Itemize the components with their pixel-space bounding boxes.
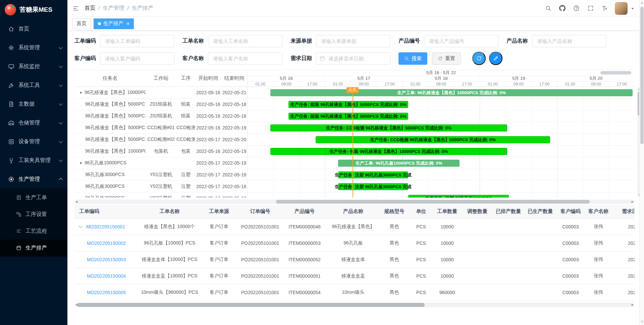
tab-home[interactable]: 首页 xyxy=(72,18,91,29)
scroll-up-icon[interactable]: ▲ xyxy=(641,2,643,4)
sidebar-item-warehouse-management[interactable]: 仓储管理 xyxy=(0,113,67,132)
sidebar-item-fixture-management[interactable]: 工装夹具管理 xyxy=(0,151,67,170)
chevron-down-icon xyxy=(59,83,62,87)
order-cell-order-qty: 10000 xyxy=(432,218,462,235)
gantt-process: 注塑 xyxy=(176,195,195,198)
order-code-link[interactable]: MO202205150003 xyxy=(87,257,126,262)
order-code-link[interactable]: MO202205150004 xyxy=(87,273,126,279)
page-vertical-scrollbar[interactable]: ▲ ▼ xyxy=(639,0,644,325)
gantt-task-row[interactable]: 96孔移液盒【黑色】5000PCSCCD检测#01CCD检测2022-05-16… xyxy=(74,122,247,134)
scroll-down-icon[interactable]: ▼ xyxy=(641,321,643,323)
gantt-task-row[interactable]: ▼96孔孔板10000PCS2022-05-172022-05-19 xyxy=(74,157,247,169)
reset-button[interactable]: 重置 xyxy=(432,52,461,65)
gantt-task-row[interactable]: 96孔移液盒【黑色】5000PCSZ02组装机组装2022-05-162022-… xyxy=(74,110,247,122)
scroll-right-icon[interactable]: ▶ xyxy=(632,304,634,306)
question-icon[interactable] xyxy=(569,0,583,17)
gantt-task-row[interactable]: 96孔孔板3000PCSY01注塑机注塑2022-05-172022-05-18 xyxy=(74,169,247,181)
filter-label: 客户名称 xyxy=(182,55,204,62)
product-code-input[interactable] xyxy=(424,35,498,47)
sidebar-item-equipment-management[interactable]: 设备管理 xyxy=(0,132,67,151)
caret-down-icon[interactable] xyxy=(630,6,635,11)
gantt-task-row[interactable]: 96孔移液盒【黑色】5000PCSCCD检测#02CCD检测2022-05-17… xyxy=(74,134,247,146)
sidebar-subitem-process-flow[interactable]: 工艺流程 xyxy=(0,223,67,239)
triangle-down-icon[interactable]: ▼ xyxy=(79,91,83,95)
gantt-bar-task[interactable]: 生产任务: 注塑 96孔孔板3000PCS xyxy=(408,195,509,198)
order-code-link[interactable]: MO202205150001 xyxy=(86,224,125,229)
sidebar-subitem-process-settings[interactable]: 工序设置 xyxy=(0,206,67,223)
github-icon[interactable] xyxy=(555,0,569,17)
gantt-bar-task[interactable]: 生产任务: CCD检测 96孔移液盒【黑色】5000PCS 完成比例: 0% xyxy=(270,124,507,131)
customer-code-input[interactable] xyxy=(100,52,174,65)
gantt-bar-task[interactable]: 生产任务: CCD检测 96孔移液盒【黑色】5000PCS 完成比例: 0% xyxy=(316,136,550,143)
sidebar-item-system-monitor[interactable]: 系统监控 xyxy=(0,57,67,76)
font-size-icon xyxy=(601,5,608,11)
order-code-link[interactable]: MO202205150005 xyxy=(87,290,126,295)
scrollbar-thumb[interactable] xyxy=(276,200,590,204)
scrollbar-thumb[interactable] xyxy=(640,7,644,144)
search-icon[interactable] xyxy=(541,0,555,17)
tab-production-scheduling[interactable]: 生产排产× xyxy=(94,18,134,29)
refresh-button[interactable] xyxy=(472,52,486,65)
scroll-right-icon[interactable]: ▶ xyxy=(632,201,634,203)
app-logo[interactable]: 苦糖果MES xyxy=(0,0,67,19)
workorder-code-input[interactable] xyxy=(100,35,174,47)
order-cell-unit: PCS xyxy=(410,235,432,251)
customer-name-input[interactable] xyxy=(208,52,282,65)
tab-close-icon[interactable]: × xyxy=(126,21,129,26)
gantt-day-band: 5月 165月 175月 185月 195月 20 xyxy=(248,75,635,81)
sidebar-item-production-management[interactable]: 生产管理 xyxy=(0,170,67,188)
orders-table-row[interactable]: MO202205150003移液盒盒体【10000】PCS客户订单PO20220… xyxy=(74,251,635,268)
scroll-left-icon[interactable]: ◀ xyxy=(75,201,77,203)
gantt-header-scroll-thumb[interactable] xyxy=(600,71,631,74)
gantt-bar-task[interactable]: 生产任务: 组装 96孔移液盒【黑色】5000PCS 完成比例: 0% xyxy=(288,101,408,108)
gantt-bar-task[interactable]: 生产任务: 注塑 96孔孔板3000PCS 完成 xyxy=(338,171,408,178)
gantt-task-row[interactable]: ▼96孔移液盒【黑色】10000PCS2022-05-162022-05-21 xyxy=(74,87,247,99)
avatar[interactable] xyxy=(615,2,628,15)
product-name-input[interactable] xyxy=(532,35,606,47)
device-icon xyxy=(7,139,15,145)
chevron-down-icon xyxy=(59,45,62,49)
order-cell-demand-date: 202 xyxy=(612,268,635,284)
font-size-icon[interactable] xyxy=(597,0,611,17)
sidebar-item-master-data[interactable]: 主数据 xyxy=(0,95,67,113)
source-doc-input[interactable] xyxy=(316,35,390,47)
hamburger-icon[interactable] xyxy=(67,5,85,12)
orders-table-row[interactable]: MO202205150001移液盒【黑色】10000个客户订单PO2022051… xyxy=(74,218,635,235)
sidebar-subitem-production-work-order[interactable]: 生产工单 xyxy=(0,189,67,206)
gantt-bar-task[interactable]: 生产任务: 包装 96孔移液盒【黑色】10000PCS 完成比例: 0% xyxy=(270,148,507,155)
gantt-task-row[interactable]: 96孔孔板3000PCSY03注塑机注塑2022-05-172022-05-18 xyxy=(74,193,247,198)
filter-label: 产品名称 xyxy=(506,38,528,45)
demand-date-input[interactable] xyxy=(316,52,390,65)
triangle-down-icon[interactable]: ▼ xyxy=(79,161,83,165)
scrollbar-thumb[interactable] xyxy=(77,303,424,307)
gantt-task-row[interactable]: 96孔孔板3000PCSY02注塑机注塑2022-05-172022-05-18 xyxy=(74,181,247,193)
gantt-task-row[interactable]: 96孔移液盒【黑色】10000PCS包装机包装2022-05-162022-05… xyxy=(74,146,247,157)
sidebar-item-system-management[interactable]: 系统管理 xyxy=(0,38,67,57)
orders-horizontal-scrollbar[interactable]: ◀ ▶ xyxy=(74,303,635,307)
topbar-right xyxy=(541,0,644,17)
gantt-bar-work-order[interactable]: 生产工单: 96孔孔板10000PCS 完成比例: 0% xyxy=(338,160,460,167)
order-code-link[interactable]: MO202205150002 xyxy=(87,240,126,246)
gantt-bar-task[interactable]: 生产任务: 注塑 96孔孔板3000PCS 完成 xyxy=(338,183,408,190)
orders-table-row[interactable]: MO20220515000296孔孔板【10000】PCS客户订单PO20220… xyxy=(74,235,635,251)
orders-table-row[interactable]: MO202205150004移液盒盒盖【10000】PCS客户订单PO20220… xyxy=(74,268,635,284)
gantt-bar-work-order[interactable]: 生产工单: 96孔移液盒【黑色】10000PCS 完成比例: 0% xyxy=(270,89,633,96)
breadcrumb-item[interactable]: 首页 xyxy=(85,5,95,12)
gantt-task-name: 96孔移液盒【黑色】10000PCS xyxy=(74,148,146,154)
edit-button[interactable] xyxy=(489,52,502,65)
gantt-horizontal-scrollbar[interactable]: ◀ ▶ xyxy=(74,200,635,204)
sidebar-subitem-production-scheduling[interactable]: 生产排产 xyxy=(0,239,67,256)
sidebar-item-system-tools[interactable]: 系统工具 xyxy=(0,76,67,95)
workorder-name-input[interactable] xyxy=(208,35,282,47)
search-button[interactable]: 搜索 xyxy=(398,52,427,65)
sidebar-item-home[interactable]: 首页 xyxy=(0,19,67,38)
gantt-bar-task[interactable]: 生产任务: 组装 96孔移液盒【黑色】5000PCS 完成比例: 0% xyxy=(288,113,408,120)
fullscreen-icon[interactable] xyxy=(583,0,597,17)
gantt-timeline-row: 生产任务: 注塑 96孔孔板3000PCS 完成 xyxy=(248,169,635,181)
gantt-start-time: 2022-05-16 xyxy=(195,149,221,154)
gantt-task-row[interactable]: 96孔移液盒【黑色】5000PCSZ01组装机组装2022-05-162022-… xyxy=(74,99,247,110)
orders-table-row[interactable]: MO20220515000510mm吸头【960000】PCS客户订单PO202… xyxy=(74,284,635,301)
gantt-process: 注塑 xyxy=(176,183,195,189)
chevron-down-icon[interactable] xyxy=(78,224,82,228)
order-cell-spec-model: 黑色 xyxy=(378,284,410,301)
